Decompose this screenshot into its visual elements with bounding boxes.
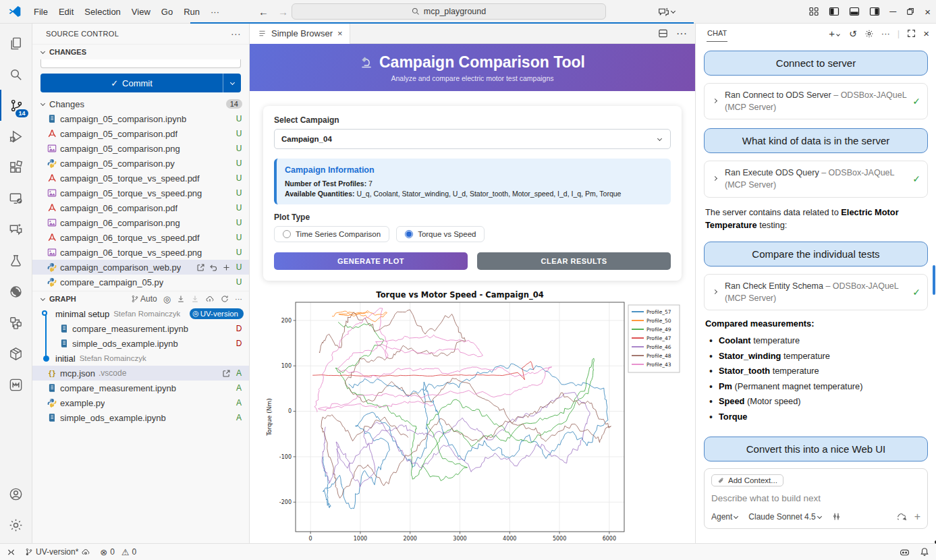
commit-message-input[interactable] xyxy=(40,59,241,68)
toggle-panel-icon[interactable] xyxy=(849,6,860,17)
menu-file[interactable]: File xyxy=(28,4,53,20)
discard-changes-icon[interactable] xyxy=(209,263,218,272)
activity-package[interactable] xyxy=(0,338,32,369)
changes-group-header[interactable]: Changes 14 xyxy=(32,96,249,111)
graph-section-header[interactable]: GRAPH Auto ◎ ··· xyxy=(32,291,249,306)
forward-button[interactable]: → xyxy=(278,6,288,18)
tab-simple-browser[interactable]: Simple Browser × xyxy=(250,24,350,44)
command-center-search[interactable]: mcp_playground xyxy=(292,3,606,20)
file-row[interactable]: simple_ods_example.ipynb A xyxy=(32,410,249,425)
file-row[interactable]: campaign_05_comparison.png U xyxy=(32,141,249,156)
toggle-sidebar-icon[interactable] xyxy=(829,6,839,17)
file-row[interactable]: campaign_06_torque_vs_speed.png U xyxy=(32,245,249,260)
graph-target-icon[interactable]: ◎ xyxy=(163,294,171,304)
notifications-bell-icon[interactable] xyxy=(920,547,929,557)
chat-title[interactable]: CHAT xyxy=(707,25,727,42)
graph-publish-icon[interactable] xyxy=(205,295,215,303)
chat-history-icon[interactable]: ↺ xyxy=(849,28,857,39)
commit-row-initial[interactable]: initial Stefan Romainczyk xyxy=(32,351,249,366)
chat-expand-icon[interactable] xyxy=(907,29,916,38)
menu-selection[interactable]: Selection xyxy=(79,4,126,20)
editor-more-icon[interactable]: ··· xyxy=(676,28,687,40)
add-context-chip[interactable]: Add Context... xyxy=(711,474,783,486)
layout-customize-icon[interactable] xyxy=(808,6,819,17)
branch-badge[interactable]: ◎UV-version xyxy=(190,308,244,319)
toggle-secondary-sidebar-icon[interactable] xyxy=(869,6,880,17)
activity-run-debug[interactable] xyxy=(0,121,32,152)
copilot-status-icon[interactable] xyxy=(899,547,910,557)
file-row[interactable]: campaign_06_torque_vs_speed.pdf U xyxy=(32,230,249,245)
changes-section-header[interactable]: CHANGES xyxy=(32,44,249,59)
settings-gear-icon[interactable] xyxy=(0,509,32,540)
tool-call-card[interactable]: Ran Execute ODS Query – ODSBox-JAQueL (M… xyxy=(704,161,928,197)
split-editor-icon[interactable] xyxy=(658,28,668,38)
tab-close-icon[interactable]: × xyxy=(337,28,343,38)
activity-explorer[interactable] xyxy=(0,28,32,59)
clear-results-button[interactable]: CLEAR RESULTS xyxy=(477,252,671,270)
mode-picker[interactable]: Agent xyxy=(711,512,740,522)
campaign-select[interactable]: Campaign_04 xyxy=(274,129,671,149)
file-row[interactable]: campaign_05_comparison.py U xyxy=(32,156,249,171)
accounts-icon[interactable] xyxy=(0,478,32,509)
graph-more-icon[interactable]: ··· xyxy=(235,295,242,303)
activity-extensions[interactable] xyxy=(0,152,32,183)
close-window-button[interactable]: × xyxy=(925,6,931,18)
commit-button[interactable]: ✓Commit xyxy=(40,74,241,92)
activity-hierarchy[interactable] xyxy=(0,307,32,338)
sync-cloud-icon[interactable] xyxy=(81,548,90,556)
tools-icon[interactable] xyxy=(832,512,841,521)
back-button[interactable]: ← xyxy=(258,6,269,18)
graph-auto-toggle[interactable]: Auto xyxy=(131,294,157,304)
file-row[interactable]: campaign_06_comparison.pdf U xyxy=(32,200,249,215)
stage-changes-icon[interactable] xyxy=(222,263,231,272)
radio-time-series[interactable]: Time Series Comparison xyxy=(274,226,389,242)
restore-button[interactable] xyxy=(906,7,915,16)
open-file-icon[interactable] xyxy=(196,263,205,272)
tool-call-card[interactable]: Ran Connect to ODS Server – ODSBox-JAQue… xyxy=(704,83,928,119)
file-row[interactable]: campaign_comparison_web.py U xyxy=(32,260,249,275)
menu-more[interactable]: ··· xyxy=(205,4,225,20)
new-chat-icon[interactable]: + xyxy=(829,28,842,39)
file-row[interactable]: campaign_06_comparison.png U xyxy=(32,215,249,230)
menu-edit[interactable]: Edit xyxy=(53,4,79,20)
chat-input-field[interactable]: Describe what to build next xyxy=(711,493,920,503)
activity-extension-logo[interactable] xyxy=(0,276,32,307)
commit-row[interactable]: minimal setup Stefan Romainczyk ◎UV-vers… xyxy=(32,306,249,321)
problems-status[interactable]: ⊗0 ⚠0 xyxy=(100,547,136,557)
chat-close-icon[interactable]: × xyxy=(923,28,929,39)
voice-send-icon[interactable] xyxy=(898,512,908,521)
copilot-menu[interactable] xyxy=(658,7,677,17)
menu-run[interactable]: Run xyxy=(178,4,205,20)
remote-indicator[interactable] xyxy=(7,548,16,557)
file-row[interactable]: compare_campaign_05.py U xyxy=(32,275,249,289)
file-row[interactable]: simple_ods_example.ipynb D xyxy=(32,336,249,351)
file-row[interactable]: compare_measurement.ipynb D xyxy=(32,321,249,336)
radio-torque-vs-speed[interactable]: Torque vs Speed xyxy=(396,226,485,242)
attach-plus-icon[interactable]: + xyxy=(914,511,920,523)
file-row[interactable]: {} mcp.json .vscode A xyxy=(32,366,249,381)
activity-testing[interactable] xyxy=(0,245,32,276)
file-row[interactable]: campaign_05_torque_vs_speed.pdf U xyxy=(32,171,249,186)
open-file-icon[interactable] xyxy=(222,369,231,378)
file-row[interactable]: campaign_05_comparison.ipynb U xyxy=(32,111,249,126)
sidebar-more-icon[interactable]: ··· xyxy=(231,28,241,39)
menu-go[interactable]: Go xyxy=(156,4,178,20)
minimize-button[interactable]: ─ xyxy=(889,6,896,17)
tool-call-card[interactable]: Ran Check Entity Schema – ODSBox-JAQueL … xyxy=(704,274,928,310)
chat-input-box[interactable]: Add Context... Describe what to build ne… xyxy=(704,468,928,529)
file-row[interactable]: campaign_05_comparison.pdf U xyxy=(32,126,249,141)
file-row[interactable]: compare_measurement.ipynb A xyxy=(32,381,249,395)
activity-remote-explorer[interactable] xyxy=(0,183,32,214)
activity-chat[interactable] xyxy=(0,214,32,245)
chat-more-icon[interactable]: ··· xyxy=(881,28,890,38)
generate-plot-button[interactable]: GENERATE PLOT xyxy=(274,252,468,270)
menu-view[interactable]: View xyxy=(126,4,156,20)
chat-settings-icon[interactable] xyxy=(864,29,874,38)
file-row[interactable]: campaign_05_torque_vs_speed.png U xyxy=(32,186,249,200)
branch-status[interactable]: UV-version* xyxy=(25,547,90,557)
model-picker[interactable]: Claude Sonnet 4.5 xyxy=(748,512,823,522)
graph-pull-icon[interactable] xyxy=(177,295,185,303)
commit-dropdown[interactable] xyxy=(223,74,241,92)
chat-scrollbar-thumb[interactable] xyxy=(933,265,935,295)
graph-refresh-icon[interactable] xyxy=(221,295,229,303)
